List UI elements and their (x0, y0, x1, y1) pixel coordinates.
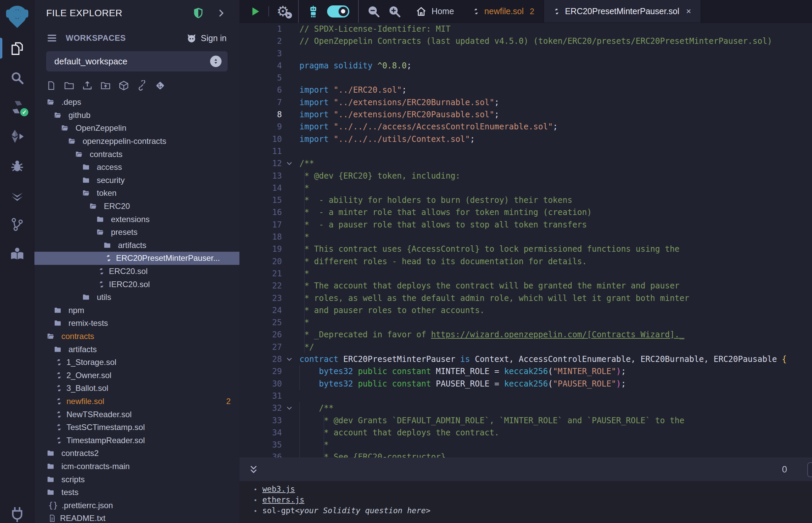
line-number: 20 (240, 255, 282, 268)
code-line-29: 29 bytes32 public constant MINTER_ROLE =… (240, 365, 812, 377)
code-text: /** (297, 157, 314, 169)
sign-in-button[interactable]: Sign in (186, 33, 227, 43)
solidity-icon (55, 423, 63, 432)
tree-item-label: OpenZeppelin (75, 123, 126, 133)
tree-folder-remix-tests[interactable]: remix-tests (34, 317, 240, 330)
terminal-link-web3-js[interactable]: web3.js (262, 484, 295, 494)
activity-item-file-explorer[interactable] (0, 34, 34, 63)
zoom-out-icon[interactable] (367, 5, 381, 18)
workspace-sort-icon[interactable] (210, 56, 222, 67)
ai-copilot-toggle[interactable] (327, 5, 349, 18)
fold-gutter (282, 378, 297, 390)
plugin-manager-button[interactable] (0, 500, 34, 523)
tree-folder-github[interactable]: github (34, 109, 240, 122)
code-token: import (299, 110, 334, 119)
upload-file-icon[interactable] (82, 80, 93, 91)
script-config-button[interactable]: ⚙▶ (277, 4, 289, 19)
git-diamond-icon[interactable] (155, 80, 165, 91)
terminal-collapse-icon[interactable] (248, 464, 259, 475)
code-editor[interactable]: 1// SPDX-License-Identifier: MIT2// Open… (240, 23, 812, 458)
activity-item-search[interactable] (0, 63, 34, 92)
tree-folder-scripts[interactable]: scripts (34, 473, 240, 486)
fold-chevron-icon[interactable] (282, 157, 297, 169)
tree-item-label: openzeppelin-contracts (83, 137, 166, 146)
tree-folder-token[interactable]: token (34, 187, 240, 200)
line-number: 9 (240, 121, 282, 133)
fold-gutter (282, 365, 297, 377)
activity-item-git[interactable] (0, 210, 34, 239)
tree-file-1-storage-sol[interactable]: 1_Storage.sol (34, 356, 240, 369)
zoom-in-icon[interactable] (388, 5, 401, 18)
tree-folder--deps[interactable]: .deps (34, 96, 240, 109)
tree-file-2-owner-sol[interactable]: 2_Owner.sol (34, 369, 240, 382)
shield-icon[interactable] (192, 7, 204, 20)
tree-file-newfile-sol[interactable]: newfile.sol2 (34, 395, 240, 408)
activity-item-learneth[interactable] (0, 239, 34, 268)
tree-file-3-ballot-sol[interactable]: 3_Ballot.sol (34, 382, 240, 395)
code-token (299, 367, 319, 376)
tree-folder-contracts[interactable]: contracts (34, 330, 240, 343)
remix-logo[interactable] (0, 0, 34, 34)
code-token: * - a minter role that allows for token … (299, 208, 592, 217)
tab-newfile[interactable]: newfile.sol 2 (463, 0, 544, 22)
tree-folder-erc20[interactable]: ERC20 (34, 200, 240, 213)
tree-file-ierc20-sol[interactable]: IERC20.sol (34, 278, 240, 291)
tree-folder-artifacts[interactable]: artifacts (34, 239, 240, 252)
tree-file-erc20presetminterpauser-[interactable]: ERC20PresetMinterPauser... (34, 252, 240, 265)
tree-folder-icm-contracts-main[interactable]: icm-contracts-main (34, 460, 240, 473)
tab-close-icon[interactable]: × (686, 6, 691, 17)
workspace-select[interactable]: default_workspace (46, 51, 228, 71)
tree-file-readme-txt[interactable]: README.txt (34, 512, 240, 523)
tree-folder-utils[interactable]: utils (34, 291, 240, 304)
activity-item-unit-testing[interactable] (0, 180, 34, 210)
tab-erc20presetminterpauser[interactable]: ERC20PresetMinterPauser.sol × (544, 0, 701, 22)
folder-open-icon (60, 124, 70, 132)
terminal-command: sol-gpt (262, 505, 295, 516)
tree-file-testsctimestamp-sol[interactable]: TestSCTimestamp.sol (34, 421, 240, 434)
code-text: * - a minter role that allows for token … (297, 206, 592, 218)
terminal-output: •web3.js•ethers.js•sol-gpt <your Solidit… (240, 481, 812, 523)
code-line-36: 36 * See {ERC20-constructor}. (240, 451, 812, 458)
terminal-search-input[interactable] (807, 462, 812, 477)
tree-folder-contracts2[interactable]: contracts2 (34, 447, 240, 460)
run-script-button[interactable] (249, 6, 261, 17)
code-text: * roles, as well as the default admin ro… (297, 292, 689, 304)
new-folder-icon[interactable] (64, 80, 74, 91)
tree-folder-openzeppelin-contracts[interactable]: openzeppelin-contracts (34, 135, 240, 148)
tree-folder-tests[interactable]: tests (34, 486, 240, 499)
terminal-link-ethers-js[interactable]: ethers.js (262, 495, 304, 505)
code-line-23: 23 * roles, as well as the default admin… (240, 292, 812, 304)
tree-item-label: artifacts (118, 240, 146, 250)
hamburger-icon[interactable] (46, 32, 58, 44)
cube-icon[interactable] (118, 80, 129, 91)
chevron-right-icon[interactable] (216, 8, 226, 18)
tree-file-erc20-sol[interactable]: ERC20.sol (34, 265, 240, 278)
link-icon[interactable] (137, 80, 147, 91)
tree-folder-openzeppelin[interactable]: OpenZeppelin (34, 122, 240, 135)
activity-item-debugger[interactable] (0, 151, 34, 180)
tree-folder-contracts[interactable]: contracts (34, 148, 240, 161)
tree-file-newtsreader-sol[interactable]: NewTSReader.sol (34, 408, 240, 421)
code-token: ; (621, 379, 626, 389)
tree-file-timestampreader-sol[interactable]: TimestampReader.sol (34, 434, 240, 447)
new-file-icon[interactable] (46, 80, 56, 91)
code-text: */ (297, 341, 314, 353)
activity-item-solidity-compiler[interactable]: ✓ (0, 92, 34, 122)
tree-file--prettierrc-json[interactable]: {}.prettierrc.json (34, 499, 240, 512)
tree-folder-access[interactable]: access (34, 161, 240, 174)
code-link[interactable]: https://wizard.openzeppelin.com/[Contrac… (431, 330, 684, 339)
upload-folder-icon[interactable] (100, 80, 111, 91)
remix-ai-robot-icon[interactable] (307, 4, 320, 19)
tree-folder-extensions[interactable]: extensions (34, 213, 240, 226)
folder-open-icon (95, 228, 105, 236)
code-line-17: 17 * - a pauser role that allows to stop… (240, 219, 812, 231)
tree-folder-security[interactable]: security (34, 174, 240, 187)
fold-chevron-icon[interactable] (282, 353, 297, 365)
tree-folder-artifacts[interactable]: artifacts (34, 343, 240, 356)
code-token: * _Deprecated in favor of (299, 330, 431, 339)
tree-folder-presets[interactable]: presets (34, 226, 240, 239)
fold-chevron-icon[interactable] (282, 402, 297, 414)
activity-item-deploy-run[interactable] (0, 122, 34, 151)
tab-home[interactable]: Home (406, 0, 464, 22)
tree-folder-npm[interactable]: npm (34, 304, 240, 317)
